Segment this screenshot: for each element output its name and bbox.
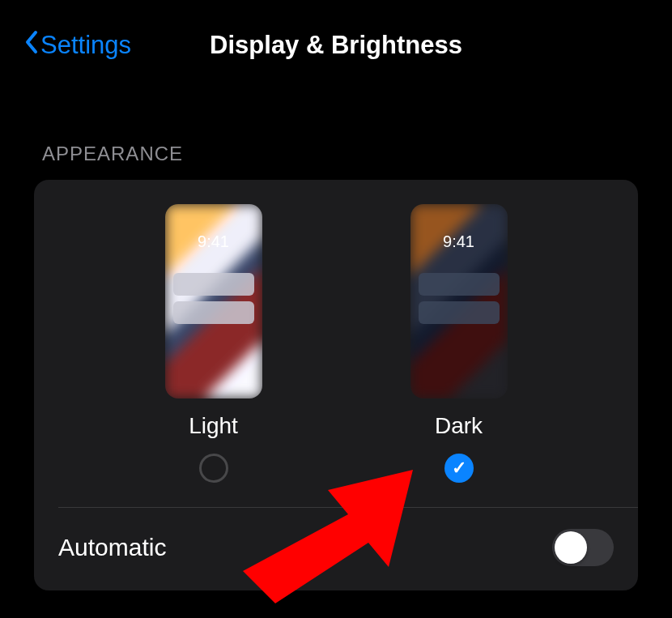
preview-time: 9:41 bbox=[198, 232, 229, 251]
dark-preview: 9:41 bbox=[410, 204, 508, 399]
chevron-left-icon bbox=[23, 29, 39, 62]
automatic-row: Automatic bbox=[58, 508, 614, 574]
checkmark-icon: ✓ bbox=[452, 458, 466, 479]
page-title: Display & Brightness bbox=[210, 31, 462, 60]
navigation-header: Settings Display & Brightness bbox=[0, 0, 672, 78]
back-label: Settings bbox=[40, 31, 131, 60]
appearance-options: 9:41 Light 9:41 Dark ✓ bbox=[58, 204, 614, 507]
appearance-section-header: APPEARANCE bbox=[0, 78, 672, 180]
light-mode-option[interactable]: 9:41 Light bbox=[165, 204, 262, 483]
appearance-card: 9:41 Light 9:41 Dark ✓ bbox=[34, 180, 638, 590]
dark-mode-option[interactable]: 9:41 Dark ✓ bbox=[410, 204, 508, 483]
toggle-knob bbox=[555, 531, 587, 564]
automatic-toggle[interactable] bbox=[552, 529, 614, 566]
light-radio[interactable] bbox=[199, 454, 228, 483]
back-button[interactable]: Settings bbox=[23, 29, 131, 62]
light-preview: 9:41 bbox=[165, 204, 262, 399]
automatic-label: Automatic bbox=[58, 534, 166, 561]
light-label: Light bbox=[189, 413, 238, 439]
preview-time: 9:41 bbox=[443, 232, 474, 251]
dark-label: Dark bbox=[435, 413, 483, 439]
dark-radio[interactable]: ✓ bbox=[444, 454, 474, 483]
